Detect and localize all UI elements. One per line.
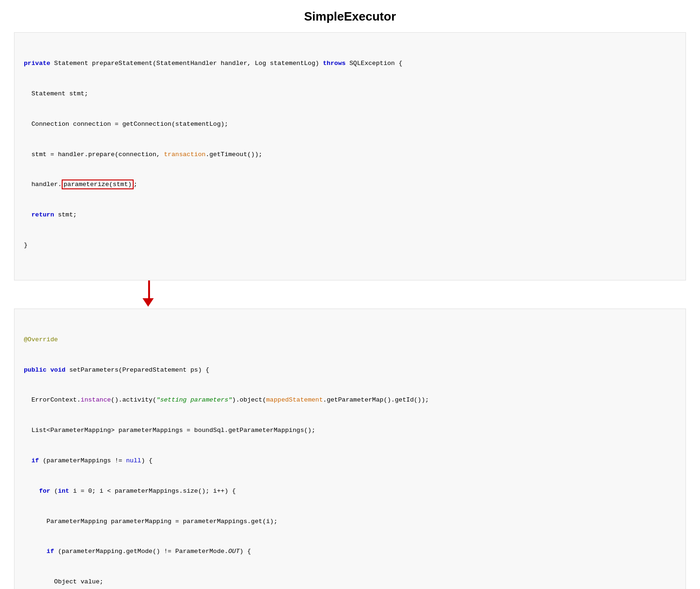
code2-line-6: ParameterMapping parameterMapping = para… [24,517,676,527]
code-line-6: return stmt; [24,210,676,220]
code2-line-4: if (parameterMappings != null) { [24,456,676,466]
arrow-head [143,298,154,307]
page-container: SimpleExecutor private Statement prepare… [0,0,700,589]
annotation-line: @Override [24,335,676,345]
code2-line-5: for (int i = 0; i < parameterMappings.si… [24,486,676,496]
code-line-7: } [24,240,676,251]
code-line-5: handler.parameterize(stmt); [24,180,676,190]
code2-line-2: ErrorContext.instance().activity("settin… [24,395,676,405]
code2-line-1: public void setParameters(PreparedStatem… [24,365,676,375]
arrow-line [148,280,150,299]
code2-line-7: if (parameterMapping.getMode() != Parame… [24,546,676,557]
code-block: private Statement prepareStatement(State… [14,32,686,280]
page-title: SimpleExecutor [14,9,686,24]
code-line-4: stmt = handler.prepare(connection, trans… [24,150,676,160]
arrow-container [14,280,686,309]
code2-line-3: List<ParameterMapping> parameterMappings… [24,425,676,436]
code-block-2: @Override public void setParameters(Prep… [14,309,686,589]
code-line-3: Connection connection = getConnection(st… [24,119,676,129]
code2-line-8: Object value; [24,577,676,587]
code-line-2: Statement stmt; [24,89,676,99]
code-line-1: private Statement prepareStatement(State… [24,58,676,69]
